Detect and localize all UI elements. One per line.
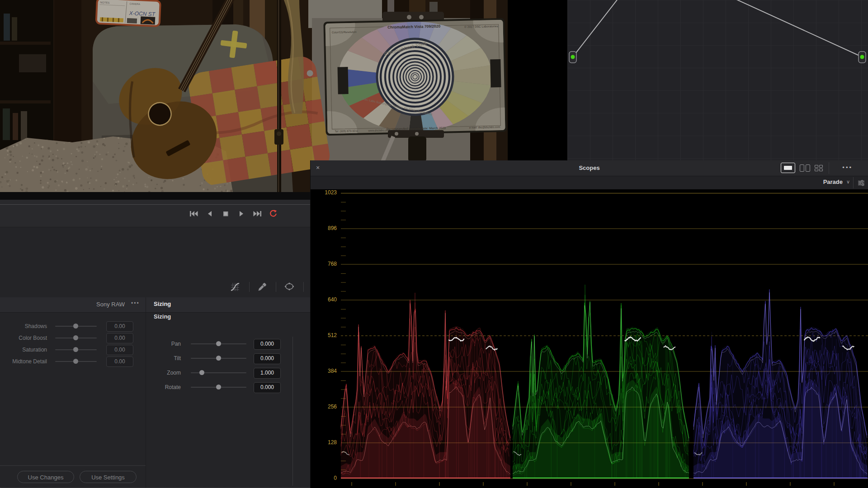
skip-to-start-icon bbox=[189, 210, 198, 217]
separator bbox=[853, 177, 854, 188]
rotate-value[interactable]: 0.000 bbox=[254, 382, 281, 393]
camera-raw-menu-button[interactable]: ••• bbox=[131, 300, 140, 306]
davinci-resolve-window: NOTES CAMERA X-OCN ST bbox=[0, 0, 868, 488]
loop-icon bbox=[269, 210, 278, 218]
picker-tool-button[interactable] bbox=[257, 282, 268, 292]
chevron-down-icon[interactable]: ∨ bbox=[846, 179, 850, 185]
dual-view-icon[interactable] bbox=[800, 164, 810, 172]
green-channel-trace bbox=[513, 285, 689, 479]
transport-divider-line bbox=[0, 204, 310, 205]
tilt-label: Tilt bbox=[149, 355, 181, 361]
rotate-slider-thumb[interactable] bbox=[216, 385, 221, 389]
pan-value[interactable]: 0.000 bbox=[254, 339, 281, 350]
color-boost-label: Color Boost bbox=[0, 335, 47, 341]
transport-bar bbox=[0, 200, 310, 227]
zoom-label: Zoom bbox=[149, 370, 181, 376]
pan-label: Pan bbox=[149, 341, 181, 347]
zoom-slider-thumb[interactable] bbox=[199, 370, 204, 375]
skip-to-start-button[interactable] bbox=[189, 210, 198, 217]
scopes-panel: × Scopes ••• Parade ∨ bbox=[310, 160, 868, 488]
rotate-label: Rotate bbox=[149, 384, 181, 390]
shadows-slider-thumb[interactable] bbox=[73, 324, 78, 328]
tilt-value[interactable]: 0.000 bbox=[254, 353, 281, 364]
scopes-toolbar: Parade ∨ bbox=[311, 176, 868, 189]
picker-icon bbox=[257, 282, 268, 292]
zoom-value[interactable]: 1.000 bbox=[254, 368, 281, 379]
separator bbox=[249, 282, 250, 292]
curve-handle-right[interactable] bbox=[859, 52, 866, 63]
power-window-tool-button[interactable] bbox=[284, 282, 295, 292]
panel-divider bbox=[146, 297, 146, 488]
camera-raw-panel-title: Sony RAW bbox=[96, 301, 125, 308]
more-menu-icon[interactable]: ••• bbox=[842, 164, 853, 171]
saturation-value[interactable]: 0.00 bbox=[106, 345, 133, 355]
loop-button[interactable] bbox=[268, 210, 278, 217]
divider bbox=[0, 465, 146, 466]
scopes-header: × Scopes ••• bbox=[311, 160, 868, 176]
curves-icon bbox=[230, 282, 241, 292]
shadows-label: Shadows bbox=[0, 323, 47, 329]
midtone-detail-value[interactable]: 0.00 bbox=[106, 357, 133, 367]
skip-to-end-button[interactable] bbox=[252, 210, 262, 217]
play-forward-icon bbox=[238, 210, 245, 217]
stop-button[interactable] bbox=[221, 210, 230, 217]
midtone-detail-slider-thumb[interactable] bbox=[73, 359, 78, 364]
shadows-value[interactable]: 0.00 bbox=[106, 321, 133, 332]
divider bbox=[0, 227, 310, 227]
power-window-icon bbox=[284, 282, 295, 292]
single-view-icon[interactable] bbox=[781, 163, 795, 173]
color-boost-slider-thumb[interactable] bbox=[73, 335, 78, 340]
quad-view-icon[interactable] bbox=[815, 165, 823, 171]
viewer-bottom-strip bbox=[0, 192, 310, 200]
red-channel-trace bbox=[341, 293, 510, 479]
pan-slider-thumb[interactable] bbox=[216, 341, 221, 346]
separator bbox=[829, 162, 829, 174]
separator bbox=[276, 282, 276, 292]
separator bbox=[303, 282, 304, 292]
play-reverse-icon bbox=[206, 210, 213, 217]
scrollbar[interactable] bbox=[292, 337, 293, 486]
curves-tool-button[interactable] bbox=[230, 282, 241, 292]
skip-to-end-icon bbox=[253, 210, 262, 217]
play-forward-button[interactable] bbox=[236, 210, 246, 217]
sizing-section-title: Sizing bbox=[154, 313, 171, 320]
midtone-detail-label: Midtone Detail bbox=[0, 358, 47, 365]
scope-mode-dropdown[interactable]: Parade bbox=[823, 178, 843, 185]
tilt-slider-thumb[interactable] bbox=[216, 356, 221, 361]
blue-channel-trace bbox=[693, 287, 868, 479]
custom-curve-graph bbox=[567, 0, 868, 160]
color-boost-value[interactable]: 0.00 bbox=[106, 333, 133, 343]
panel-header-row: Sony RAW ••• Sizing bbox=[0, 297, 310, 313]
curves-panel bbox=[567, 0, 868, 160]
grade-toolbar bbox=[0, 277, 310, 297]
use-changes-button[interactable]: Use Changes bbox=[17, 471, 74, 483]
settings-sliders-icon[interactable] bbox=[857, 179, 865, 189]
curve-segment-right bbox=[730, 0, 862, 57]
use-settings-button[interactable]: Use Settings bbox=[80, 471, 137, 483]
rgb-parade-waveform bbox=[311, 189, 868, 488]
saturation-slider-thumb[interactable] bbox=[73, 347, 78, 352]
stop-icon bbox=[222, 210, 229, 217]
tab-sizing[interactable]: Sizing bbox=[154, 300, 171, 307]
curve-handle-left[interactable] bbox=[569, 52, 576, 63]
saturation-label: Saturation bbox=[0, 347, 47, 353]
play-reverse-button[interactable] bbox=[205, 210, 214, 217]
curve-segment-left bbox=[573, 0, 620, 57]
left-panel-column: Sony RAW ••• Sizing Shadows 0.00 Color B… bbox=[0, 192, 310, 488]
